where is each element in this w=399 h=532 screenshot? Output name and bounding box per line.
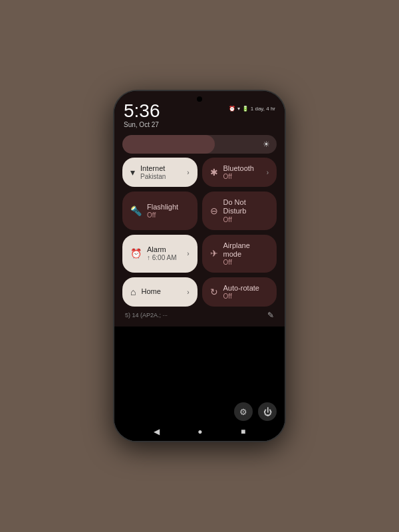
autorotate-icon: ↻ — [210, 287, 218, 297]
bottom-icon-buttons: ⚙ ⏻ — [234, 402, 277, 421]
time-block: 5:36 Sun, Oct 27 — [124, 102, 160, 128]
tile-do-not-disturb[interactable]: ⊖ Do Not Disturb Off — [202, 192, 277, 229]
alarm-icon: ⏰ — [130, 248, 142, 259]
internet-chevron: › — [187, 169, 189, 176]
bluetooth-sub: Off — [223, 173, 261, 180]
wifi-status-icon: ▾ — [237, 106, 240, 112]
home-title: Home — [141, 287, 182, 296]
back-button[interactable]: ◀ — [154, 427, 160, 436]
bluetooth-text: Bluetooth Off — [223, 164, 261, 180]
alarm-title: Alarm — [147, 245, 182, 254]
flashlight-icon: 🔦 — [130, 205, 142, 216]
control-panel: 5:36 Sun, Oct 27 ⏰ ▾ 🔋 1 day, 4 hr ☀ — [114, 91, 285, 327]
home-icon: ⌂ — [130, 287, 136, 297]
tile-home[interactable]: ⌂ Home › — [122, 277, 198, 307]
tile-internet[interactable]: ▾ Internet Pakistan › — [122, 158, 198, 187]
airplane-icon: ✈ — [210, 248, 218, 259]
phone-body: 5:36 Sun, Oct 27 ⏰ ▾ 🔋 1 day, 4 hr ☀ — [113, 90, 286, 442]
alarm-text: Alarm ↑ 6:00 AM — [147, 245, 182, 261]
alarm-chevron: › — [187, 250, 189, 257]
navigation-bar: ◀ ● ■ — [114, 422, 285, 441]
screen: 5:36 Sun, Oct 27 ⏰ ▾ 🔋 1 day, 4 hr ☀ — [114, 91, 285, 441]
edit-icon[interactable]: ✎ — [267, 311, 274, 320]
dnd-text: Do Not Disturb Off — [223, 198, 269, 223]
flashlight-sub: Off — [147, 211, 190, 219]
dnd-sub: Off — [223, 216, 269, 223]
home-chevron: › — [187, 289, 189, 296]
bluetooth-icon: ✱ — [210, 167, 218, 178]
tile-airplane[interactable]: ✈ Airplane mode Off — [202, 235, 277, 273]
clock-time: 5:36 — [124, 102, 160, 120]
build-info-text: 5) 14 (AP2A.; ··· — [125, 312, 168, 319]
phone-wrapper: 5:36 Sun, Oct 27 ⏰ ▾ 🔋 1 day, 4 hr ☀ — [113, 90, 286, 442]
tile-flashlight[interactable]: 🔦 Flashlight Off — [122, 192, 198, 229]
internet-sub: Pakistan — [140, 173, 182, 180]
alarm-sub: ↑ 6:00 AM — [147, 254, 182, 261]
settings-button[interactable]: ⚙ — [234, 402, 253, 421]
dnd-title: Do Not Disturb — [223, 198, 269, 215]
bluetooth-title: Bluetooth — [223, 164, 261, 173]
camera-hole — [197, 96, 202, 102]
bottom-info-bar: 5) 14 (AP2A.; ··· ✎ — [122, 307, 277, 321]
internet-text: Internet Pakistan — [140, 164, 182, 180]
internet-title: Internet — [140, 164, 182, 173]
home-button[interactable]: ● — [198, 427, 202, 436]
tile-bluetooth[interactable]: ✱ Bluetooth Off › — [202, 158, 277, 187]
date-text: Sun, Oct 27 — [124, 121, 160, 128]
internet-icon: ▾ — [130, 167, 135, 178]
brightness-icon: ☀ — [263, 140, 270, 149]
tiles-grid: ▾ Internet Pakistan › ✱ Bluetooth Off — [122, 158, 277, 307]
brightness-fill — [122, 135, 215, 154]
tile-alarm[interactable]: ⏰ Alarm ↑ 6:00 AM › — [122, 235, 198, 273]
bluetooth-chevron: › — [267, 169, 269, 176]
autorotate-text: Auto-rotate Off — [223, 284, 269, 300]
brightness-slider[interactable]: ☀ — [122, 135, 277, 154]
airplane-sub: Off — [223, 259, 269, 266]
flashlight-text: Flashlight Off — [147, 203, 190, 219]
battery-status-icon: 🔋 — [242, 106, 249, 112]
airplane-title: Airplane mode — [223, 241, 269, 259]
dnd-icon: ⊖ — [210, 205, 218, 216]
status-icons: ⏰ ▾ 🔋 1 day, 4 hr — [229, 106, 275, 112]
autorotate-sub: Off — [223, 293, 269, 300]
home-text: Home — [141, 287, 182, 296]
autorotate-title: Auto-rotate — [223, 284, 269, 293]
airplane-text: Airplane mode Off — [223, 241, 269, 266]
recents-button[interactable]: ■ — [241, 427, 245, 436]
power-button[interactable]: ⏻ — [258, 402, 277, 421]
tile-auto-rotate[interactable]: ↻ Auto-rotate Off — [202, 277, 277, 307]
flashlight-title: Flashlight — [147, 203, 190, 211]
battery-text: 1 day, 4 hr — [251, 106, 275, 112]
status-bar: 5:36 Sun, Oct 27 ⏰ ▾ 🔋 1 day, 4 hr — [122, 99, 277, 130]
alarm-status-icon: ⏰ — [229, 106, 235, 112]
